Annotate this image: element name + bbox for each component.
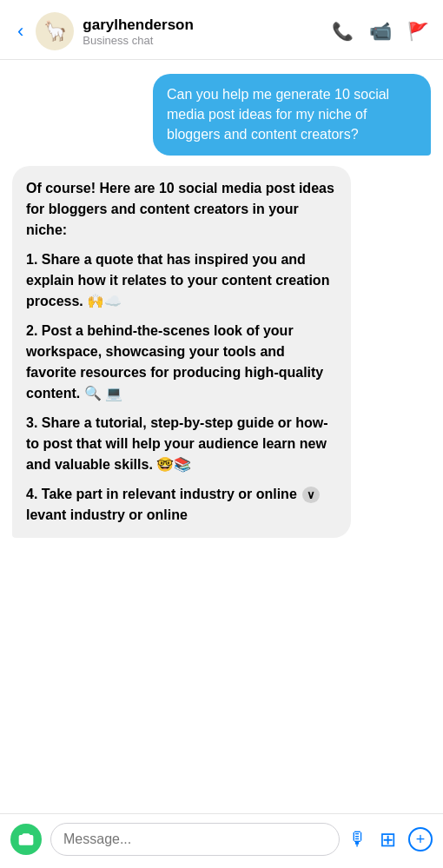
plus-button[interactable]: + — [408, 827, 433, 851]
flag-icon[interactable]: 🚩 — [407, 21, 429, 42]
chevron-down-icon: ∨ — [302, 487, 320, 504]
chat-header: ‹ 🦙 garylhenderson Business chat 📞 📹 🚩 — [0, 0, 443, 60]
mic-icon[interactable]: 🎙 — [348, 828, 367, 851]
outgoing-message: Can you help me generate 10 social media… — [153, 74, 431, 156]
input-actions: 🎙 ⊞ + — [348, 827, 433, 851]
header-actions: 📞 📹 🚩 — [332, 21, 429, 42]
chat-area: Can you help me generate 10 social media… — [0, 60, 443, 813]
camera-button[interactable] — [10, 824, 42, 855]
contact-info: garylhenderson Business chat — [83, 17, 323, 47]
image-icon[interactable]: ⊞ — [380, 828, 396, 851]
message-input-bar: 🎙 ⊞ + — [0, 813, 443, 868]
avatar: 🦙 — [36, 12, 74, 50]
video-icon[interactable]: 📹 — [369, 21, 392, 42]
incoming-item4: 4. Take part in relevant industry or onl… — [26, 484, 337, 526]
contact-subtitle: Business chat — [83, 34, 323, 47]
contact-name: garylhenderson — [83, 17, 323, 34]
back-button[interactable]: ‹ — [14, 22, 27, 41]
incoming-intro: Of course! Here are 10 social media post… — [26, 178, 337, 241]
incoming-item3: 3. Share a tutorial, step-by-step guide … — [26, 413, 337, 475]
camera-icon — [17, 831, 35, 848]
incoming-item1: 1. Share a quote that has inspired you a… — [26, 249, 337, 312]
incoming-item2: 2. Post a behind-the-scenes look of your… — [26, 321, 337, 404]
phone-icon[interactable]: 📞 — [332, 21, 354, 42]
message-input[interactable] — [50, 823, 340, 856]
incoming-message: Of course! Here are 10 social media post… — [12, 166, 351, 538]
